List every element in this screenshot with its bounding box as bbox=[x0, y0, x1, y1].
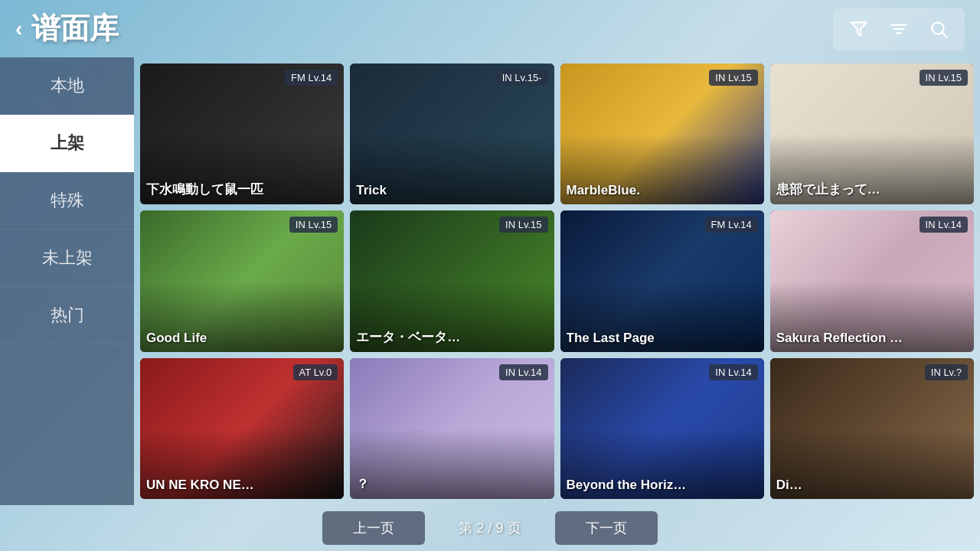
page-title: 谱面库 bbox=[31, 9, 119, 48]
filter-button[interactable] bbox=[842, 12, 876, 46]
song-card-3[interactable]: IN Lv.15 MarbleBlue. bbox=[560, 64, 764, 204]
song-card-11[interactable]: IN Lv.14 Beyond the Horiz… bbox=[560, 358, 764, 499]
card-title: MarbleBlue. bbox=[567, 183, 758, 198]
card-badge: IN Lv.15- bbox=[496, 70, 548, 86]
song-card-6[interactable]: IN Lv.15 エータ・ベータ… bbox=[350, 210, 554, 351]
card-title: 下水鳴動して鼠一匹 bbox=[146, 181, 338, 198]
card-badge: IN Lv.15 bbox=[920, 70, 968, 86]
svg-line-5 bbox=[942, 32, 947, 37]
card-title: Good Life bbox=[146, 331, 338, 346]
prev-page-button[interactable]: 上一页 bbox=[322, 511, 425, 545]
card-badge: IN Lv.14 bbox=[920, 217, 968, 233]
sidebar-item-unlisted[interactable]: 未上架 bbox=[0, 230, 134, 287]
card-title: Beyond the Horiz… bbox=[567, 478, 758, 493]
card-title: The Last Page bbox=[567, 331, 758, 346]
song-card-10[interactable]: IN Lv.14 ？ bbox=[350, 358, 554, 499]
song-card-4[interactable]: IN Lv.15 患部で止まって… bbox=[770, 64, 974, 204]
search-button[interactable] bbox=[922, 12, 956, 46]
card-badge: AT Lv.0 bbox=[293, 364, 338, 380]
song-grid: FM Lv.14 下水鳴動して鼠一匹 IN Lv.15- Trick IN Lv… bbox=[140, 64, 974, 499]
search-icon bbox=[929, 19, 949, 39]
song-card-5[interactable]: IN Lv.15 Good Life bbox=[140, 210, 344, 351]
card-badge: IN Lv.14 bbox=[709, 364, 757, 380]
header-toolbar bbox=[833, 8, 965, 51]
sidebar-item-online[interactable]: 上架 bbox=[0, 115, 134, 172]
next-page-button[interactable]: 下一页 bbox=[555, 511, 658, 545]
card-title: 患部で止まって… bbox=[776, 181, 968, 198]
back-button[interactable]: ‹ bbox=[15, 17, 22, 41]
card-title: UN NE KRO NE… bbox=[146, 478, 338, 493]
sidebar-item-local[interactable]: 本地 bbox=[0, 57, 134, 115]
sort-button[interactable] bbox=[882, 12, 916, 46]
sidebar: 本地 上架 特殊 未上架 热门 bbox=[0, 57, 134, 505]
svg-marker-0 bbox=[851, 22, 867, 35]
card-badge: FM Lv.14 bbox=[705, 217, 758, 233]
page-info: 第 2 / 9 页 bbox=[428, 511, 551, 545]
song-card-8[interactable]: IN Lv.14 Sakura Reflection … bbox=[770, 210, 974, 351]
grid-area: FM Lv.14 下水鳴動して鼠一匹 IN Lv.15- Trick IN Lv… bbox=[134, 57, 980, 505]
song-card-12[interactable]: IN Lv.? Di… bbox=[770, 358, 974, 499]
card-badge: IN Lv.15 bbox=[499, 217, 547, 233]
card-badge: FM Lv.14 bbox=[285, 70, 338, 86]
footer: 上一页 第 2 / 9 页 下一页 bbox=[0, 505, 980, 551]
filter-icon bbox=[849, 19, 869, 39]
main-layout: 本地 上架 特殊 未上架 热门 FM Lv.14 下水鳴動して鼠一匹 IN Lv… bbox=[0, 57, 980, 505]
card-title: Trick bbox=[356, 183, 547, 198]
card-title: ？ bbox=[356, 475, 547, 493]
card-badge: IN Lv.15 bbox=[289, 217, 338, 233]
card-title: Di… bbox=[776, 478, 968, 493]
card-badge: IN Lv.15 bbox=[709, 70, 757, 86]
song-card-2[interactable]: IN Lv.15- Trick bbox=[350, 64, 554, 204]
song-card-1[interactable]: FM Lv.14 下水鳴動して鼠一匹 bbox=[140, 64, 344, 204]
song-card-9[interactable]: AT Lv.0 UN NE KRO NE… bbox=[140, 358, 344, 499]
sort-icon bbox=[889, 19, 909, 39]
card-title: エータ・ベータ… bbox=[356, 328, 547, 346]
header-left: ‹ 谱面库 bbox=[15, 9, 119, 48]
sidebar-item-hot[interactable]: 热门 bbox=[0, 287, 134, 344]
header: ‹ 谱面库 bbox=[0, 0, 980, 57]
card-title: Sakura Reflection … bbox=[776, 331, 968, 346]
song-card-7[interactable]: FM Lv.14 The Last Page bbox=[560, 210, 764, 351]
card-badge: IN Lv.14 bbox=[499, 364, 547, 380]
card-badge: IN Lv.? bbox=[925, 364, 968, 380]
sidebar-item-special[interactable]: 特殊 bbox=[0, 172, 134, 230]
